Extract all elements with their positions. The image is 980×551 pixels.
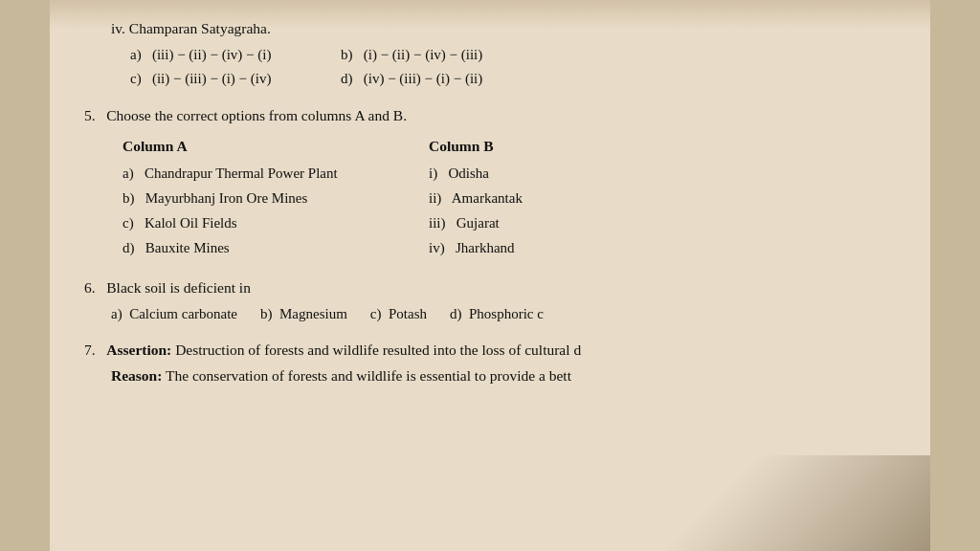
col-b-row-2: iii) Gujarat	[429, 212, 668, 234]
col-a-row-3: d) Bauxite Mines	[122, 237, 429, 259]
q7-reason-label: Reason:	[111, 367, 162, 384]
col-b-row-1: ii) Amarkantak	[429, 187, 668, 209]
option-c-label: c)	[130, 71, 148, 86]
q6-option-b-text: Magnesium	[279, 306, 347, 321]
q6-option-c-label: c)	[370, 306, 385, 321]
q6-option-c-text: Potash	[389, 306, 427, 321]
q7-assertion: 7. Assertion: Destruction of forests and…	[84, 339, 896, 363]
col-b-label-2: iii)	[429, 215, 453, 231]
col-a-text-2: Kalol Oil Fields	[145, 215, 237, 231]
col-a-label-3: d)	[122, 240, 142, 255]
col-b-text-3: Jharkhand	[456, 240, 515, 255]
col-b-row-0: i) Odisha	[429, 163, 668, 185]
q7-assertion-label: Assertion:	[106, 342, 171, 358]
shadow-overlay	[643, 455, 930, 551]
q7-reason-text: The conservation of forests and wildlife…	[166, 367, 571, 384]
col-a-label-2: c)	[122, 215, 141, 231]
q6-option-a-label: a)	[111, 306, 125, 321]
q6-number: 6.	[84, 279, 96, 296]
col-a-row-1: b) Mayurbhanj Iron Ore Mines	[122, 187, 429, 209]
option-c: c) (ii) − (iii) − (i) − (iv)	[130, 68, 341, 90]
column-b: Column B i) Odisha ii) Amarkantak iii) G…	[429, 135, 668, 263]
q7-assertion-text: Destruction of forests and wildlife resu…	[175, 342, 581, 358]
col-a-text-0: Chandrapur Thermal Power Plant	[145, 165, 338, 181]
col-b-text-0: Odisha	[448, 165, 489, 181]
col-b-label-0: i)	[429, 165, 445, 181]
columns-container: Column A a) Chandrapur Thermal Power Pla…	[122, 135, 896, 263]
q6-option-d-text: Phosphoric c	[469, 306, 544, 321]
option-a-value: (iii) − (ii) − (iv) − (i)	[152, 47, 272, 62]
page: iv. Champaran Satyagraha. a) (iii) − (ii…	[50, 0, 930, 551]
col-a-row-2: c) Kalol Oil Fields	[122, 212, 429, 234]
options-row-1: a) (iii) − (ii) − (iv) − (i) b) (i) − (i…	[130, 44, 896, 66]
q5-label: 5. Choose the correct options from colum…	[84, 104, 896, 127]
col-b-label-3: iv)	[429, 240, 452, 255]
option-b: b) (i) − (ii) − (iv) − (iii)	[341, 44, 551, 66]
option-b-label: b)	[341, 47, 360, 62]
column-b-header: Column B	[429, 135, 668, 158]
q5-text: Choose the correct options from columns …	[106, 107, 407, 123]
options-row-2: c) (ii) − (iii) − (i) − (iv) d) (iv) − (…	[130, 68, 896, 90]
option-a: a) (iii) − (ii) − (iv) − (i)	[130, 44, 341, 66]
option-d: d) (iv) − (iii) − (i) − (ii)	[341, 68, 551, 90]
column-a: Column A a) Chandrapur Thermal Power Pla…	[122, 135, 429, 263]
question-5: 5. Choose the correct options from colum…	[84, 104, 896, 263]
q6-options: a) Calcium carbonate b) Magnesium c) Pot…	[111, 303, 896, 325]
option-a-label: a)	[130, 47, 148, 62]
option-d-label: d)	[341, 71, 360, 86]
question-7: 7. Assertion: Destruction of forests and…	[84, 339, 896, 388]
q6-title-text: Black soil is deficient in	[106, 279, 251, 296]
col-a-text-1: Mayurbhanj Iron Ore Mines	[145, 190, 308, 206]
col-a-text-3: Bauxite Mines	[145, 240, 230, 255]
option-c-value: (ii) − (iii) − (i) − (iv)	[152, 71, 272, 86]
q6-option-d-label: d)	[450, 306, 465, 321]
col-a-row-0: a) Chandrapur Thermal Power Plant	[122, 163, 429, 185]
col-a-label-0: a)	[122, 165, 141, 181]
column-a-header: Column A	[122, 135, 429, 158]
col-b-text-2: Gujarat	[457, 215, 500, 231]
item-iv: iv. Champaran Satyagraha.	[111, 17, 896, 40]
col-a-label-1: b)	[122, 190, 142, 206]
top-section: iv. Champaran Satyagraha. a) (iii) − (ii…	[84, 17, 896, 91]
q6-option-b-label: b)	[260, 306, 276, 321]
q6-option-d: d) Phosphoric c	[450, 303, 544, 325]
col-b-row-3: iv) Jharkhand	[429, 237, 668, 259]
q7-reason: Reason: The conservation of forests and …	[111, 364, 896, 388]
col-b-label-1: ii)	[429, 190, 449, 206]
q7-number: 7.	[84, 342, 96, 358]
q6-option-c: c) Potash	[370, 303, 427, 325]
option-b-value: (i) − (ii) − (iv) − (iii)	[364, 47, 483, 62]
option-d-value: (iv) − (iii) − (i) − (ii)	[364, 71, 483, 86]
item-iv-text: iv. Champaran Satyagraha.	[111, 20, 271, 36]
q6-title: 6. Black soil is deficient in	[84, 276, 896, 299]
col-b-text-1: Amarkantak	[452, 190, 523, 206]
question-6: 6. Black soil is deficient in a) Calcium…	[84, 276, 896, 325]
q6-option-b: b) Magnesium	[260, 303, 347, 325]
q5-number: 5.	[84, 107, 96, 123]
q6-option-a: a) Calcium carbonate	[111, 303, 237, 325]
q6-option-a-text: Calcium carbonate	[129, 306, 237, 321]
